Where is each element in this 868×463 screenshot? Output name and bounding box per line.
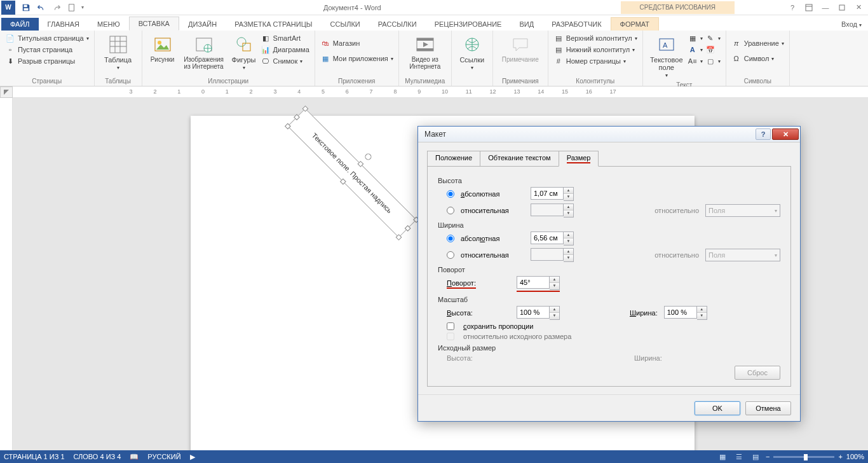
scale-height-spinner[interactable]: ▲▼ bbox=[517, 306, 560, 320]
blank-page-button[interactable]: ▫Пустая страница bbox=[5, 45, 89, 55]
width-absolute-radio[interactable] bbox=[447, 235, 454, 242]
chart-button[interactable]: 📊Диаграмма bbox=[261, 45, 309, 55]
wordart-button[interactable]: A▾ bbox=[688, 45, 703, 55]
tab-menu[interactable]: Меню bbox=[88, 18, 129, 31]
width-absolute-spinner[interactable]: ▲▼ bbox=[531, 232, 574, 245]
page-count[interactable]: СТРАНИЦА 1 ИЗ 1 bbox=[4, 453, 65, 460]
comment-button[interactable]: Примечание bbox=[498, 33, 543, 64]
equation-button[interactable]: πУравнение ▾ bbox=[731, 38, 784, 48]
online-pictures-button[interactable]: Изображения из Интернета bbox=[180, 33, 227, 71]
dialog-titlebar[interactable]: Макет ? ✕ bbox=[418, 127, 800, 142]
resize-handle[interactable] bbox=[285, 123, 291, 130]
tab-page-layout[interactable]: РАЗМЕТКА СТРАНИЦЫ bbox=[226, 18, 321, 31]
pictures-button[interactable]: Рисунки bbox=[147, 33, 178, 64]
tab-references[interactable]: ССЫЛКИ bbox=[322, 18, 369, 31]
zoom-in-button[interactable]: + bbox=[838, 453, 842, 460]
ok-button[interactable]: OK bbox=[695, 401, 740, 415]
dialog-tab-size[interactable]: Размер bbox=[559, 151, 599, 167]
width-absolute-input[interactable] bbox=[531, 232, 564, 244]
resize-handle[interactable] bbox=[302, 106, 309, 112]
zoom-out-button[interactable]: − bbox=[766, 453, 770, 460]
width-relative-radio[interactable] bbox=[447, 251, 454, 259]
resize-handle[interactable] bbox=[396, 234, 402, 240]
language-indicator[interactable]: РУССКИЙ bbox=[147, 453, 180, 460]
quick-parts-button[interactable]: ▦▾ bbox=[688, 33, 703, 43]
tab-insert[interactable]: ВСТАВКА bbox=[129, 17, 179, 31]
height-absolute-spinner[interactable]: ▲▼ bbox=[531, 187, 574, 201]
tab-format[interactable]: ФОРМАТ bbox=[611, 17, 660, 31]
links-button[interactable]: Ссылки▾ bbox=[457, 33, 487, 73]
spin-up-icon[interactable]: ▲ bbox=[550, 307, 559, 313]
scale-width-input[interactable] bbox=[664, 306, 697, 319]
textbox-button[interactable]: AТекстовое поле▾ bbox=[648, 33, 685, 80]
tab-view[interactable]: ВИД bbox=[510, 18, 543, 31]
tab-mailings[interactable]: РАССЫЛКИ bbox=[369, 18, 426, 31]
new-doc-icon[interactable] bbox=[66, 2, 78, 13]
rotated-textbox[interactable]: Текстовое поле. Простая надпись bbox=[287, 108, 417, 238]
resize-handle[interactable] bbox=[405, 225, 411, 232]
vertical-ruler[interactable] bbox=[0, 98, 13, 450]
lock-aspect-checkbox[interactable] bbox=[447, 322, 454, 330]
dialog-close-icon[interactable]: ✕ bbox=[772, 128, 799, 140]
scale-width-spinner[interactable]: ▲▼ bbox=[664, 306, 707, 320]
page-number-button[interactable]: #Номер страницы ▾ bbox=[553, 56, 637, 66]
my-apps-button[interactable]: ▦Мои приложения ▾ bbox=[320, 53, 393, 64]
tab-review[interactable]: РЕЦЕНЗИРОВАНИЕ bbox=[426, 18, 511, 31]
drop-cap-button[interactable]: A≡▾ bbox=[688, 56, 703, 66]
print-layout-view-icon[interactable]: ▦ bbox=[716, 452, 729, 462]
cover-page-button[interactable]: 📄Титульная страница ▾ bbox=[5, 33, 89, 43]
spin-up-icon[interactable]: ▲ bbox=[564, 188, 573, 194]
zoom-slider[interactable] bbox=[773, 456, 834, 458]
online-video-button[interactable]: Видео из Интернета bbox=[404, 33, 446, 71]
zoom-thumb[interactable] bbox=[804, 454, 808, 460]
signin-link[interactable]: Вход ▾ bbox=[835, 18, 868, 31]
ribbon-display-icon[interactable] bbox=[802, 2, 816, 13]
spin-down-icon[interactable]: ▼ bbox=[564, 194, 573, 200]
height-relative-radio[interactable] bbox=[447, 207, 454, 214]
web-layout-view-icon[interactable]: ▤ bbox=[749, 452, 762, 462]
spin-down-icon[interactable]: ▼ bbox=[550, 283, 559, 289]
rotation-spinner[interactable]: ▲▼ bbox=[517, 276, 560, 292]
read-mode-view-icon[interactable]: ☰ bbox=[733, 452, 745, 462]
height-absolute-radio[interactable] bbox=[447, 190, 454, 198]
footer-button[interactable]: ▤Нижний колонтитул ▾ bbox=[553, 45, 637, 55]
resize-handle[interactable] bbox=[294, 114, 300, 120]
scale-height-input[interactable] bbox=[517, 306, 550, 319]
redo-icon[interactable] bbox=[51, 2, 62, 13]
tab-home[interactable]: ГЛАВНАЯ bbox=[39, 18, 88, 31]
store-button[interactable]: 🛍Магазин bbox=[320, 38, 393, 48]
table-button[interactable]: Таблица▾ bbox=[100, 33, 137, 73]
close-icon[interactable]: ✕ bbox=[851, 2, 865, 13]
dialog-help-icon[interactable]: ? bbox=[756, 128, 771, 140]
spin-up-icon[interactable]: ▲ bbox=[564, 232, 573, 238]
spin-down-icon[interactable]: ▼ bbox=[550, 313, 559, 319]
date-time-button[interactable]: 📅 bbox=[705, 45, 721, 55]
symbol-button[interactable]: ΩСимвол ▾ bbox=[731, 53, 784, 64]
tab-file[interactable]: ФАЙЛ bbox=[1, 18, 39, 31]
tab-developer[interactable]: РАЗРАБОТЧИК bbox=[543, 18, 610, 31]
help-icon[interactable]: ? bbox=[785, 2, 799, 13]
spin-down-icon[interactable]: ▼ bbox=[697, 313, 707, 319]
page-break-button[interactable]: ⬇Разрыв страницы bbox=[5, 56, 89, 66]
header-button[interactable]: ▤Верхний колонтитул ▾ bbox=[553, 33, 637, 43]
resize-handle[interactable] bbox=[357, 161, 363, 167]
proofing-icon[interactable]: 📖 bbox=[130, 453, 139, 461]
height-absolute-input[interactable] bbox=[531, 187, 564, 200]
screenshot-button[interactable]: 🖵Снимок ▾ bbox=[261, 56, 309, 66]
horizontal-ruler[interactable]: 32101234567891011121314151617 bbox=[13, 86, 868, 98]
macro-icon[interactable]: ▶ bbox=[190, 453, 195, 461]
dialog-tab-position[interactable]: Положение bbox=[427, 151, 480, 167]
spin-down-icon[interactable]: ▼ bbox=[564, 238, 573, 245]
dialog-tab-wrap[interactable]: Обтекание текстом bbox=[480, 151, 559, 167]
word-count[interactable]: СЛОВО 4 ИЗ 4 bbox=[74, 453, 121, 460]
object-button[interactable]: ▢▾ bbox=[705, 56, 721, 66]
tab-design[interactable]: ДИЗАЙН bbox=[179, 18, 226, 31]
rotation-input[interactable] bbox=[517, 276, 550, 289]
smartart-button[interactable]: ◧SmartArt bbox=[261, 33, 309, 43]
minimize-icon[interactable]: — bbox=[818, 2, 832, 13]
zoom-level[interactable]: 100% bbox=[846, 453, 864, 460]
maximize-icon[interactable] bbox=[835, 2, 849, 13]
cancel-button[interactable]: Отмена bbox=[745, 401, 791, 415]
signature-button[interactable]: ✎▾ bbox=[705, 33, 721, 43]
undo-icon[interactable] bbox=[36, 2, 47, 13]
